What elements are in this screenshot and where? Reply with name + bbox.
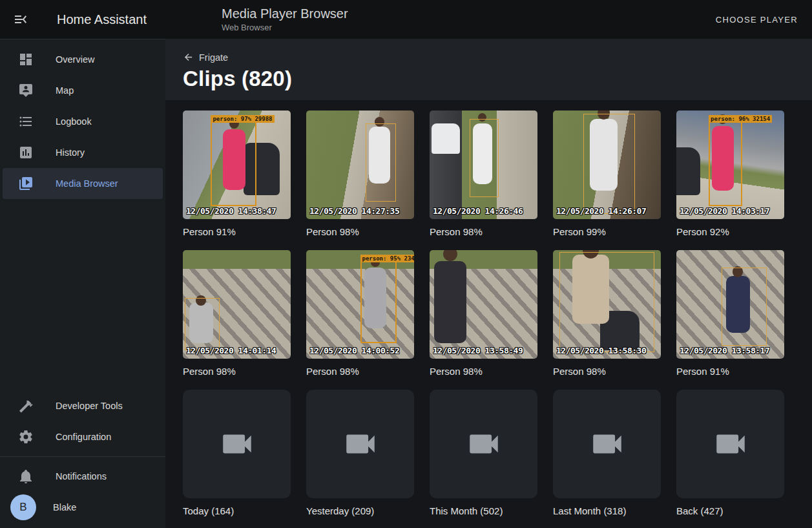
clip-timestamp: 12/05/2020 14:26:46 <box>433 206 523 216</box>
detection-box: person: 95% 23432 <box>360 261 397 344</box>
video-camera-icon <box>712 425 749 463</box>
detection-box: person: 96% 32154 <box>709 121 742 206</box>
clip-thumbnail: 12/05/2020 14:26:07 <box>553 111 661 219</box>
clip-thumbnail: 12/05/2020 13:58:49 <box>430 250 537 359</box>
page-heading: Clips (820) <box>183 67 812 91</box>
folder-label: Today (164) <box>183 505 291 516</box>
clip-card[interactable]: 12/05/2020 14:26:07 Person 99% <box>553 111 661 237</box>
clip-thumbnail: 12/05/2020 13:58:30 <box>553 250 661 359</box>
folder-thumbnail <box>306 390 414 498</box>
sidebar-item-label: Configuration <box>56 432 111 442</box>
sidebar-item-media-browser[interactable]: Media Browser <box>3 168 163 199</box>
sidebar-item-user[interactable]: B Blake <box>3 492 163 523</box>
detection-box <box>559 252 654 352</box>
detection-box <box>185 298 219 350</box>
sidebar-item-logbook[interactable]: Logbook <box>3 106 163 137</box>
clip-card[interactable]: 12/05/2020 14:26:46 Person 98% <box>430 111 537 237</box>
bell-icon <box>18 469 34 484</box>
sidebar-toggle-icon[interactable] <box>13 12 28 27</box>
user-name: Blake <box>53 502 76 512</box>
detection-box-label: person: 97% 29988 <box>211 115 274 123</box>
page-subtitle: Web Browser <box>222 22 348 33</box>
sidebar-item-label: Logbook <box>56 116 92 127</box>
clip-label: Person 98% <box>306 226 414 237</box>
clip-card[interactable]: person: 96% 32154 12/05/2020 14:03:17 Pe… <box>676 111 784 237</box>
folder-thumbnail <box>676 390 784 498</box>
tooltip-account-icon <box>18 83 34 98</box>
detection-box-label: person: 96% 32154 <box>709 115 772 123</box>
dashboard-icon <box>18 52 34 67</box>
clip-timestamp: 12/05/2020 13:58:30 <box>556 346 646 355</box>
chart-box-icon <box>18 145 34 160</box>
page-title-block: Media Player Browser Web Browser <box>222 5 348 33</box>
detection-box-label: person: 95% 23432 <box>360 255 415 262</box>
detection-box <box>366 123 396 202</box>
hammer-icon <box>18 398 34 414</box>
sidebar-spacer <box>0 199 165 390</box>
clip-thumbnail: person: 95% 23432 12/05/2020 14:00:52 <box>306 250 414 359</box>
clip-card[interactable]: person: 95% 23432 12/05/2020 14:00:52 Pe… <box>306 250 414 377</box>
clip-timestamp: 12/05/2020 14:38:47 <box>186 206 276 216</box>
media-browser-header: Frigate Clips (820) <box>165 39 812 100</box>
clip-timestamp: 12/05/2020 14:01:14 <box>186 346 276 355</box>
sidebar-item-history[interactable]: History <box>3 137 163 168</box>
clip-card[interactable]: 12/05/2020 13:58:17 Person 91% <box>676 250 784 377</box>
sidebar-item-label: History <box>56 147 85 158</box>
clip-timestamp: 12/05/2020 14:27:35 <box>309 206 399 216</box>
folder-card-last-month[interactable]: Last Month (318) <box>553 390 661 516</box>
clip-thumbnail: person: 97% 29988 12/05/2020 14:38:47 <box>183 111 291 219</box>
sidebar-item-map[interactable]: Map <box>3 75 163 106</box>
clip-card[interactable]: person: 97% 29988 12/05/2020 14:38:47 Pe… <box>183 111 291 237</box>
sidebar-item-overview[interactable]: Overview <box>3 44 163 75</box>
folder-thumbnail <box>183 390 291 498</box>
folder-label: Yesterday (209) <box>306 505 414 516</box>
sidebar-item-label: Overview <box>56 54 94 65</box>
detection-box <box>583 114 635 214</box>
main-layout: Overview Map Logbook History Media Brows… <box>0 39 812 528</box>
sidebar-item-label: Developer Tools <box>56 401 123 411</box>
folder-thumbnail <box>553 390 661 498</box>
clip-card[interactable]: 12/05/2020 14:27:35 Person 98% <box>306 111 414 237</box>
folder-label: Last Month (318) <box>553 505 661 516</box>
avatar: B <box>10 494 36 520</box>
sidebar-item-configuration[interactable]: Configuration <box>3 421 163 452</box>
folder-card-yesterday[interactable]: Yesterday (209) <box>306 390 414 516</box>
clip-card[interactable]: 12/05/2020 13:58:30 Person 98% <box>553 250 661 377</box>
main-content: Frigate Clips (820) person: 97% 29988 12… <box>165 39 812 528</box>
video-camera-icon <box>465 425 503 463</box>
app-bar: Home Assistant Media Player Browser Web … <box>0 0 812 39</box>
page-title: Media Player Browser <box>222 5 348 22</box>
folder-card-back[interactable]: Back (427) <box>676 390 784 516</box>
gear-icon <box>18 429 34 445</box>
detection-box <box>722 268 767 346</box>
list-bulleted-icon <box>18 114 34 129</box>
folder-card-this-month[interactable]: This Month (502) <box>430 390 537 516</box>
video-camera-icon <box>588 425 626 463</box>
folder-label: This Month (502) <box>430 505 537 516</box>
back-arrow-icon <box>183 52 194 63</box>
clip-label: Person 98% <box>430 226 537 237</box>
clip-thumbnail: 12/05/2020 14:26:46 <box>430 111 537 219</box>
sidebar-item-notifications[interactable]: Notifications <box>3 461 163 492</box>
sidebar-item-developer-tools[interactable]: Developer Tools <box>3 390 163 421</box>
clip-label: Person 98% <box>183 366 291 377</box>
clip-thumbnail: person: 96% 32154 12/05/2020 14:03:17 <box>676 111 784 219</box>
clip-timestamp: 12/05/2020 13:58:17 <box>680 346 769 355</box>
breadcrumb[interactable]: Frigate <box>183 52 228 63</box>
clip-label: Person 91% <box>183 226 291 237</box>
clip-label: Person 98% <box>553 366 661 377</box>
clip-label: Person 98% <box>430 366 537 377</box>
media-grid: person: 97% 29988 12/05/2020 14:38:47 Pe… <box>183 111 812 516</box>
clip-card[interactable]: 12/05/2020 13:58:49 Person 98% <box>430 250 537 377</box>
folder-card-today[interactable]: Today (164) <box>183 390 291 516</box>
folder-label: Back (427) <box>676 505 784 516</box>
detection-box: person: 97% 29988 <box>211 121 256 206</box>
play-box-multiple-icon <box>18 176 34 191</box>
detection-box <box>470 119 499 197</box>
clip-timestamp: 12/05/2020 14:26:07 <box>556 206 646 216</box>
choose-player-button[interactable]: CHOOSE PLAYER <box>716 0 798 39</box>
sidebar-item-label: Media Browser <box>56 178 118 189</box>
breadcrumb-label: Frigate <box>199 52 228 63</box>
clip-card[interactable]: 12/05/2020 14:01:14 Person 98% <box>183 250 291 377</box>
video-camera-icon <box>342 425 379 463</box>
